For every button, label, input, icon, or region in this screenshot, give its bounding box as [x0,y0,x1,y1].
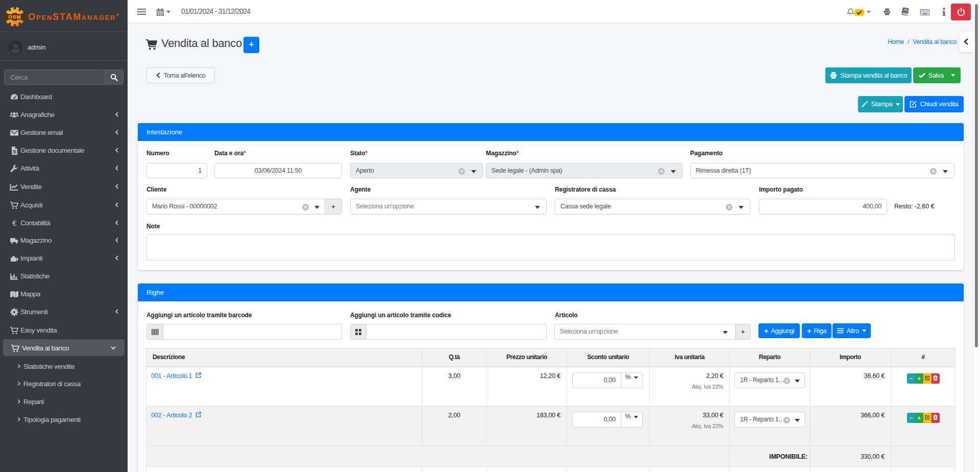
svg-text:OSM: OSM [8,14,21,19]
